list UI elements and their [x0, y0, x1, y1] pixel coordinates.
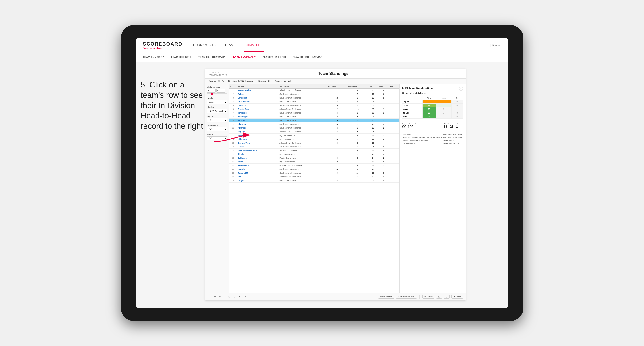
cell-tour: 1 — [378, 104, 389, 107]
table-row[interactable]: 17 East Tennessee State Southern Confere… — [230, 149, 399, 153]
table-row[interactable]: 25 Oregon Pac-12 Conference 5 7 21 0 — [230, 179, 399, 182]
table-row[interactable]: 11 Arkansas Southeastern Conference 6 8 … — [230, 126, 399, 130]
cell-school[interactable]: Texas A&M — [237, 171, 278, 175]
cell-school[interactable]: Auburn — [237, 92, 278, 96]
h2h-stats-row: Opponents in division: 99.1% W-L-T recor… — [402, 123, 463, 130]
table-row[interactable]: 20 Texas Big 12 Conference 3 7 20 0 — [230, 160, 399, 164]
redo-button[interactable]: ↪ — [218, 295, 222, 298]
max-rounds-input[interactable] — [216, 89, 225, 93]
undo-back-button[interactable]: ↩ — [213, 295, 216, 298]
sub-nav-player-h2h-heatmap[interactable]: PLAYER H2H HEATMAP — [293, 53, 322, 61]
h2h-close-button[interactable]: × — [459, 87, 463, 91]
cell-tour: 2 — [378, 164, 389, 168]
cell-school[interactable]: Ole Miss — [237, 104, 278, 107]
region-select[interactable]: N/A — [207, 118, 228, 122]
h2h-row-26-50[interactable]: 26-50 25 2 1 — [402, 107, 463, 111]
h2h-row-11-25[interactable]: 11-25 11 8 0 — [402, 104, 463, 107]
cell-school[interactable]: Vanderbilt — [237, 96, 278, 100]
sub-nav-team-h2h-heatmap[interactable]: TEAM H2H HEATMAP — [198, 53, 225, 61]
table-row[interactable]: 1 North Carolina Atlantic Coast Conferen… — [230, 88, 399, 92]
cell-school[interactable]: East Tennessee State — [237, 149, 278, 153]
sidebar-min-rounds: Minimum Rou... — [207, 86, 228, 95]
icon-button-1[interactable]: ⊞ — [436, 295, 442, 299]
cell-school[interactable]: Washington — [237, 115, 278, 119]
cell-conf-rank: 8 — [347, 115, 368, 119]
table-row[interactable]: 21 New Mexico Mountain West Conference 1… — [230, 164, 399, 168]
table-row[interactable]: 7 Tennessee Southeastern Conference 4 6 … — [230, 111, 399, 115]
cell-reg-rank: 2 — [327, 96, 347, 100]
tourn-row-1[interactable]: Jackson T. Stephens Cup Men's Match-Play… — [402, 136, 463, 139]
table-row[interactable]: 6 Florida State Atlantic Coast Conferenc… — [230, 107, 399, 111]
table-row[interactable]: 14 Oklahoma Big 12 Conference 3 9 24 2 — [230, 138, 399, 141]
h2h-row-top10[interactable]: Top 10 3 13 0 — [402, 100, 463, 104]
watch-button[interactable]: 👁 Watch — [422, 295, 434, 299]
nav-committee[interactable]: COMMITTEE — [244, 39, 264, 52]
division-select[interactable]: NCAA Division I — [207, 109, 228, 113]
nav-teams[interactable]: TEAMS — [225, 39, 236, 52]
save-custom-button[interactable]: Save Custom View — [396, 295, 417, 299]
sub-nav-player-summary[interactable]: PLAYER SUMMARY — [232, 53, 256, 61]
sub-nav-team-summary[interactable]: TEAM SUMMARY — [143, 53, 164, 61]
cell-school[interactable]: Arizona State — [237, 100, 278, 104]
cell-school[interactable]: Illinois — [237, 153, 278, 156]
cell-conf: Southeastern Conference — [278, 145, 327, 149]
cell-conf-rank: 9 — [347, 134, 368, 138]
filter-button[interactable]: ▼ — [238, 295, 242, 298]
cell-school[interactable]: Duke — [237, 175, 278, 179]
nav-items: TOURNAMENTS TEAMS COMMITTEE — [191, 39, 490, 52]
cell-conf: Big Ten Conference — [278, 153, 327, 156]
cell-school[interactable]: North Carolina — [237, 88, 278, 92]
cell-school[interactable]: California — [237, 156, 278, 160]
table-row[interactable]: 13 Texas Tech Big 12 Conference 1 9 27 2 — [230, 134, 399, 138]
cell-rank: 9 — [230, 119, 237, 122]
cell-school[interactable]: Georgia — [237, 168, 278, 171]
table-row[interactable]: 22 Georgia Southeastern Conference 8 7 2… — [230, 168, 399, 171]
table-row[interactable]: 10 Alabama Southeastern Conference 5 8 2… — [230, 122, 399, 126]
table-row[interactable]: 23 Texas A&M Southeastern Conference 9 1… — [230, 171, 399, 175]
bottom-toolbar: ↩ ↩ ↪ ⊞ ⊡ ▼ ⏱ View: Original Save C — [205, 293, 466, 301]
cell-reg-rank: 1 — [327, 88, 347, 92]
cell-win — [389, 164, 399, 168]
gender-select[interactable]: Men's — [207, 100, 228, 104]
table-row[interactable]: 15 Georgia Tech Atlantic Coast Conferenc… — [230, 141, 399, 145]
table-row[interactable]: 24 Duke Atlantic Coast Conference 5 9 27… — [230, 175, 399, 179]
table-row[interactable]: 2 Auburn Southeastern Conference 1 9 27 … — [230, 92, 399, 96]
cell-conf: Pac-12 Conference — [278, 179, 327, 182]
cell-school[interactable]: Arizona — [237, 119, 278, 122]
logo-subtitle: Powered by clippd — [143, 47, 182, 49]
table-row[interactable]: 12 Virginia Atlantic Coast Conference 3 … — [230, 130, 399, 134]
table-row[interactable]: 18 Illinois Big Ten Conference 1 9 23 3 — [230, 153, 399, 156]
view-original-button[interactable]: View: Original — [378, 295, 394, 299]
copy-button[interactable]: ⊞ — [228, 295, 231, 298]
rounds-slider[interactable] — [207, 93, 228, 94]
h2h-row-51-100[interactable]: 51-100 20 3 0 — [402, 111, 463, 115]
table-row[interactable]: 19 California Pac-12 Conference 4 8 24 2 — [230, 156, 399, 160]
undo-button[interactable]: ↩ — [208, 295, 211, 298]
paste-button[interactable]: ⊡ — [233, 295, 236, 298]
tourn-row-3[interactable]: Cabo Collegiate Stroke Play 11 17 — [402, 142, 463, 145]
table-row[interactable]: 4 Arizona State Pac-12 Conference 4 6 26… — [230, 100, 399, 104]
cell-school[interactable]: Oregon — [237, 179, 278, 182]
table-row[interactable]: 5 Ole Miss Southeastern Conference 3 6 1… — [230, 104, 399, 107]
cell-school[interactable]: Florida State — [237, 107, 278, 111]
table-row[interactable]: 8 Washington Pac-12 Conference 2 8 23 1 — [230, 115, 399, 119]
cell-school[interactable]: Texas — [237, 160, 278, 164]
sub-nav-player-h2h-grid[interactable]: PLAYER H2H GRID — [262, 53, 286, 61]
cell-conf: Atlantic Coast Conference — [278, 175, 327, 179]
cell-win — [389, 119, 399, 122]
table-row[interactable]: 16 Florida Southeastern Conference 7 9 2… — [230, 145, 399, 149]
sub-nav-team-h2h-grid[interactable]: TEAM H2H GRID — [171, 53, 191, 61]
nav-tournaments[interactable]: TOURNAMENTS — [191, 39, 216, 52]
icon-button-2[interactable]: ⊡ — [444, 295, 450, 299]
share-button[interactable]: ⤢ Share — [451, 295, 463, 299]
sign-out-link[interactable]: Sign out — [491, 44, 501, 47]
table-row[interactable]: 3 Vanderbilt Southeastern Conference 2 8… — [230, 96, 399, 100]
cell-school[interactable]: Tennessee — [237, 111, 278, 115]
table-row[interactable]: 9 Arizona Pac-12 Conference 5 8 23 2 — [230, 119, 399, 122]
cell-conf: Southeastern Conference — [278, 126, 327, 130]
h2h-row-gt100[interactable]: >100 27 0 0 — [402, 115, 463, 119]
tourn-row-2[interactable]: Arizona Thunderbirds Intercollegiate Str… — [402, 139, 463, 142]
cell-rds: 23 — [368, 126, 378, 130]
clock-button[interactable]: ⏱ — [244, 295, 248, 298]
cell-school[interactable]: New Mexico — [237, 164, 278, 168]
